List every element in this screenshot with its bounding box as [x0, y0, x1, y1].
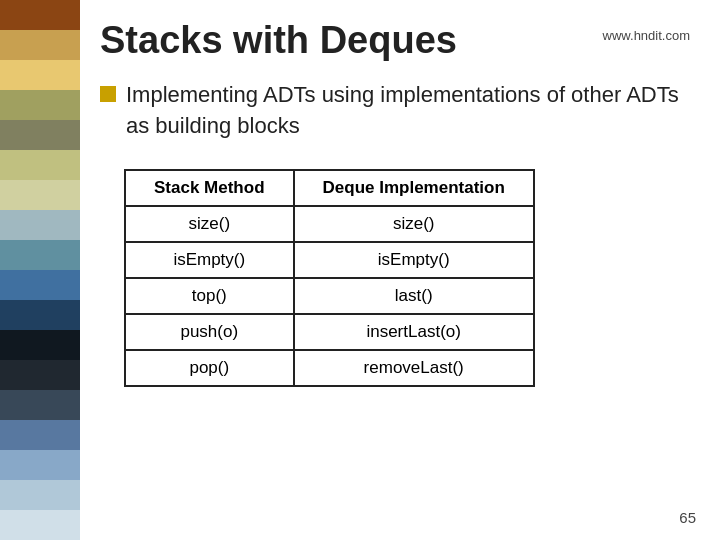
- main-content: Stacks with Deques www.hndit.com Impleme…: [80, 0, 720, 540]
- stack-method-cell: push(o): [125, 314, 294, 350]
- sidebar-block: [0, 420, 80, 450]
- sidebar-block: [0, 300, 80, 330]
- table-row: size()size(): [125, 206, 534, 242]
- sidebar-block: [0, 510, 80, 540]
- col1-header: Stack Method: [125, 170, 294, 206]
- table-row: pop()removeLast(): [125, 350, 534, 386]
- deque-impl-cell: removeLast(): [294, 350, 534, 386]
- bullet-item: Implementing ADTs using implementations …: [100, 80, 690, 142]
- header: Stacks with Deques www.hndit.com: [100, 20, 690, 62]
- sidebar-block: [0, 270, 80, 300]
- sidebar-block: [0, 390, 80, 420]
- bullet-text: Implementing ADTs using implementations …: [126, 80, 690, 142]
- stack-method-cell: pop(): [125, 350, 294, 386]
- deque-impl-cell: size(): [294, 206, 534, 242]
- website-url: www.hndit.com: [603, 28, 690, 43]
- stack-method-cell: top(): [125, 278, 294, 314]
- deque-impl-cell: last(): [294, 278, 534, 314]
- sidebar-block: [0, 480, 80, 510]
- deque-impl-cell: insertLast(o): [294, 314, 534, 350]
- sidebar-block: [0, 360, 80, 390]
- table-row: push(o)insertLast(o): [125, 314, 534, 350]
- sidebar-block: [0, 90, 80, 120]
- sidebar-block: [0, 0, 80, 30]
- sidebar-block: [0, 330, 80, 360]
- bullet-section: Implementing ADTs using implementations …: [100, 80, 690, 146]
- sidebar-block: [0, 240, 80, 270]
- table-wrapper: Stack Method Deque Implementation size()…: [124, 169, 690, 387]
- sidebar-block: [0, 120, 80, 150]
- stack-method-cell: isEmpty(): [125, 242, 294, 278]
- bullet-icon: [100, 86, 116, 102]
- sidebar-block: [0, 210, 80, 240]
- page-number: 65: [679, 509, 696, 526]
- table-header-row: Stack Method Deque Implementation: [125, 170, 534, 206]
- sidebar-block: [0, 450, 80, 480]
- table-row: top()last(): [125, 278, 534, 314]
- stack-method-cell: size(): [125, 206, 294, 242]
- sidebar-block: [0, 60, 80, 90]
- deque-impl-cell: isEmpty(): [294, 242, 534, 278]
- col2-header: Deque Implementation: [294, 170, 534, 206]
- page-title: Stacks with Deques: [100, 20, 457, 62]
- table-row: isEmpty()isEmpty(): [125, 242, 534, 278]
- sidebar-block: [0, 180, 80, 210]
- sidebar: [0, 0, 80, 540]
- adt-table: Stack Method Deque Implementation size()…: [124, 169, 535, 387]
- sidebar-block: [0, 150, 80, 180]
- sidebar-block: [0, 30, 80, 60]
